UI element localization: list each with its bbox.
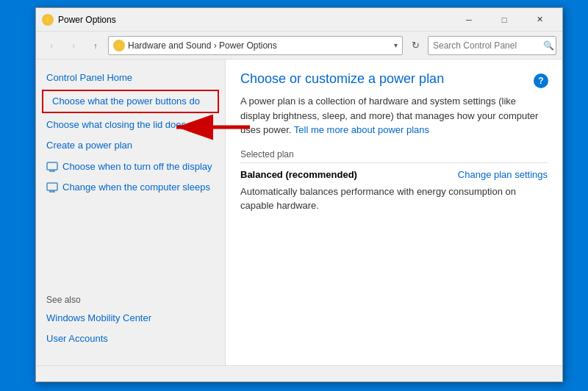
- maximize-button[interactable]: □: [487, 10, 521, 30]
- content-area: Control Panel Home Choose what the power…: [36, 60, 562, 365]
- title-bar-controls: ─ □ ✕: [452, 10, 556, 30]
- panel-title: Choose or customize a power plan: [240, 71, 548, 87]
- nav-bar: ‹ › ↑ ⚡ Hardware and Sound › Power Optio…: [36, 32, 562, 60]
- forward-button[interactable]: ›: [64, 36, 83, 55]
- red-arrow-annotation: [169, 109, 257, 148]
- svg-rect-0: [47, 162, 57, 170]
- change-plan-link[interactable]: Change plan settings: [458, 169, 548, 180]
- search-icon[interactable]: 🔍: [543, 40, 554, 51]
- see-also-label: See also: [36, 286, 225, 308]
- sidebar: Control Panel Home Choose what the power…: [36, 60, 226, 365]
- main-panel: Choose or customize a power plan A power…: [226, 60, 562, 365]
- search-input[interactable]: [433, 40, 543, 51]
- monitor-icon: [46, 161, 58, 173]
- plan-description-text: Automatically balances performance with …: [240, 184, 548, 213]
- sidebar-item-computer-sleeps[interactable]: Change when the computer sleeps: [36, 177, 225, 198]
- status-bar: [36, 365, 562, 381]
- close-button[interactable]: ✕: [523, 10, 556, 30]
- refresh-button[interactable]: ↻: [406, 36, 425, 55]
- sidebar-item-control-panel-home[interactable]: Control Panel Home: [36, 68, 225, 87]
- plan-name: Balanced (recommended): [240, 169, 357, 180]
- help-button[interactable]: ?: [534, 73, 548, 88]
- up-button[interactable]: ↑: [86, 36, 105, 55]
- panel-description: A power plan is a collection of hardware…: [240, 94, 548, 137]
- sidebar-item-computer-sleeps-label: Change when the computer sleeps: [62, 181, 210, 194]
- title-bar: ⚡ Power Options ─ □ ✕: [36, 8, 562, 32]
- window-title: Power Options: [58, 15, 452, 25]
- address-icon: ⚡: [113, 40, 125, 51]
- learn-more-link[interactable]: Tell me more about power plans: [294, 124, 429, 135]
- plan-row: Balanced (recommended) Change plan setti…: [240, 169, 548, 180]
- back-button[interactable]: ‹: [42, 36, 61, 55]
- search-bar: 🔍: [428, 36, 556, 55]
- sidebar-item-mobility-center[interactable]: Windows Mobility Center: [36, 308, 225, 329]
- sidebar-item-user-accounts[interactable]: User Accounts: [36, 329, 225, 349]
- address-text: Hardware and Sound › Power Options: [128, 40, 391, 51]
- selected-plan-label: Selected plan: [240, 149, 548, 163]
- svg-rect-4: [47, 183, 57, 190]
- sidebar-item-turn-off-display-label: Choose when to turn off the display: [62, 160, 212, 173]
- window-icon: ⚡: [42, 14, 54, 26]
- address-bar: ⚡ Hardware and Sound › Power Options ▾: [108, 36, 403, 55]
- sleep-icon: [46, 182, 58, 193]
- minimize-button[interactable]: ─: [452, 10, 486, 30]
- address-dropdown-icon[interactable]: ▾: [394, 41, 398, 49]
- sidebar-item-turn-off-display[interactable]: Choose when to turn off the display: [36, 157, 225, 177]
